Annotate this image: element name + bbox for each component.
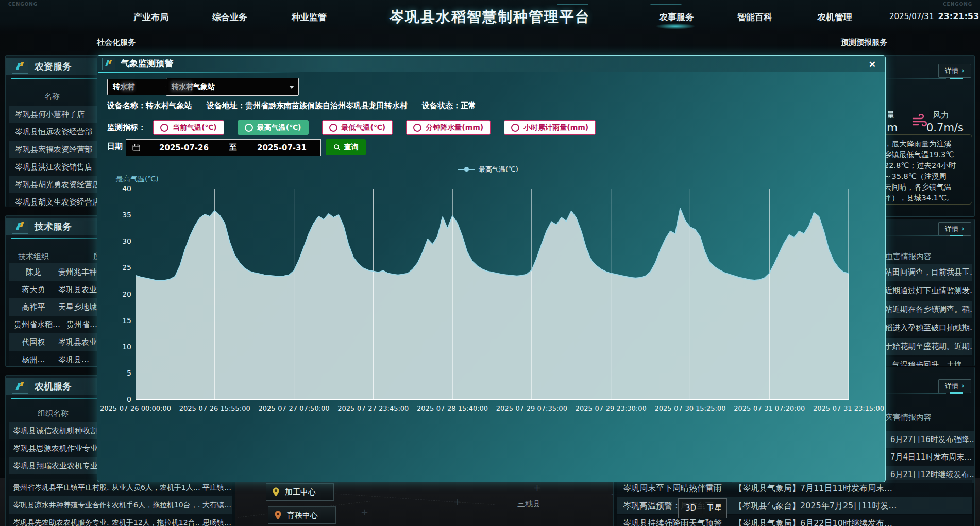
legend-label: 最高气温(℃) <box>479 165 518 174</box>
wind-stat-label: 风力 <box>933 110 949 121</box>
y-axis-tick: 40 <box>107 184 131 193</box>
radio-icon <box>511 124 519 132</box>
chevron-right-icon: › <box>961 225 965 233</box>
column-header-org-name: 组织名称 <box>38 409 69 418</box>
map-label-sansui: 三穗县 <box>517 499 540 509</box>
query-button[interactable]: 查询 <box>326 139 366 155</box>
date-range-picker[interactable]: 2025-07-26 至 2025-07-31 <box>126 139 321 156</box>
nav-machinery-management[interactable]: 农机管理 <box>810 11 859 23</box>
weather-report-line: ～35.8℃（注溪周 <box>884 172 947 181</box>
indicator-min-temp[interactable]: 最低气温(℃) <box>322 120 393 135</box>
weather-report-line: 坪），县城34.1℃。 <box>884 193 954 203</box>
x-axis-tick: 2025-07-31 07:20:00 <box>725 404 813 412</box>
map-mode-satellite-button[interactable]: 卫星 <box>702 498 727 518</box>
x-axis-tick: 2025-07-28 15:40:00 <box>409 404 496 412</box>
y-axis-tick: 30 <box>107 237 131 245</box>
watermark: CENGONG <box>8 2 38 7</box>
legend-label: 加工中心 <box>285 487 316 497</box>
active-nav-glow <box>655 23 696 29</box>
indicator-max-temp[interactable]: 最高气温(℃) <box>238 120 309 135</box>
device-addr-value: 贵州省黔东南苗族侗族自治州岑巩县龙田转水村 <box>245 101 408 110</box>
app-root: CENGONG CENGONG 产业布局 综合业务 种业监管 岑巩县水稻智慧制种… <box>0 0 980 526</box>
panel-divider <box>882 235 946 236</box>
watermark: CENGONG <box>943 2 972 7</box>
indicator-label: 监测指标： <box>107 123 146 132</box>
x-axis-tick: 2025-07-29 23:30:00 <box>567 404 655 412</box>
list-item[interactable]: 岑巩高温预警：周末至下… 【岑巩县气象台】2025年7月25日11时发… <box>617 497 972 514</box>
radio-icon <box>329 124 337 132</box>
calendar-icon <box>132 144 140 151</box>
map-mode-3d-button[interactable]: 3D <box>678 498 703 518</box>
close-icon[interactable]: ✕ <box>868 58 877 71</box>
nav-comprehensive-business[interactable]: 综合业务 <box>205 11 255 23</box>
station-select[interactable]: 转水村气象站 <box>166 78 299 96</box>
weather-detail-button[interactable]: 详情› <box>938 64 971 78</box>
chart-legend[interactable]: 最高气温(℃) <box>458 165 518 174</box>
date-from-value[interactable]: 2025-07-26 <box>145 143 223 152</box>
panel-title: 农机服务 <box>35 380 72 393</box>
panel-divider <box>882 78 946 79</box>
tab-forecast-services[interactable]: 预测预报服务 <box>841 38 887 47</box>
device-addr-label: 设备地址： <box>207 101 245 110</box>
page-title: 岑巩县水稻智慧制种管理平台 <box>366 7 614 27</box>
panel-title: 技术服务 <box>35 220 72 233</box>
date-to-value[interactable]: 2025-07-31 <box>243 143 320 152</box>
weather-report-line: 乡镇最低气温19.3℃ <box>884 150 954 160</box>
panel-divider-tip <box>950 78 963 79</box>
map-grid-cross: + <box>533 482 541 493</box>
nav-industry-layout[interactable]: 产业布局 <box>126 11 176 23</box>
nav-seed-supervision[interactable]: 种业监管 <box>284 11 334 23</box>
village-select[interactable]: 转水村 <box>107 79 175 95</box>
map-legend-processing-center[interactable]: 加工中心 <box>266 483 334 501</box>
tab-social-services[interactable]: 社会化服务 <box>97 38 136 47</box>
y-axis-tick: 35 <box>107 211 131 219</box>
temperature-area-chart <box>136 189 849 400</box>
seedling-pin-icon <box>274 510 282 520</box>
y-axis-tick: 25 <box>107 263 131 272</box>
radio-icon <box>160 124 168 132</box>
rainfall-stat-value-fragment: m <box>887 121 898 134</box>
radio-icon <box>413 124 421 132</box>
legend-line-marker-icon <box>458 169 475 170</box>
x-axis-tick: 2025-07-26 15:55:00 <box>171 404 259 412</box>
indicator-minute-rainfall[interactable]: 分钟降水量(mm) <box>406 120 491 135</box>
nav-farming-services[interactable]: 农事服务 <box>652 11 701 23</box>
indicator-row: 监测指标： 当前气温(℃) 最高气温(℃) 最低气温(℃) 分钟降水量(mm) … <box>107 120 609 135</box>
panel-logo-icon <box>12 60 28 74</box>
map-grid-cross: + <box>361 506 368 517</box>
radio-icon <box>245 124 253 132</box>
column-header-org: 技术组织 <box>18 252 49 262</box>
top-header: CENGONG CENGONG 产业布局 综合业务 种业监管 岑巩县水稻智慧制种… <box>0 0 980 32</box>
x-axis-tick: 2025-07-27 23:45:00 <box>329 404 417 412</box>
modal-title-underline <box>98 72 300 73</box>
map-legend-seedling-center[interactable]: 育秧中心 <box>268 506 336 524</box>
disaster-detail-button[interactable]: 详情› <box>938 379 971 393</box>
x-axis-tick: 2025-07-29 07:35:00 <box>488 404 576 412</box>
nav-smart-encyclopedia[interactable]: 智能百科 <box>730 11 780 23</box>
list-item[interactable]: 岑巩县持续强降雨天气预警 【岑巩县气象局】6月22日10时继续发布… <box>617 515 972 526</box>
search-icon <box>333 144 341 151</box>
chevron-right-icon: › <box>961 382 965 390</box>
list-item[interactable]: 岑巩县先农助农农机服务专业… 农机手12人，拖拉机12台… 思旸镇… <box>9 514 232 526</box>
x-axis-tick: 2025-07-30 15:25:00 <box>646 404 734 412</box>
modal-titlebar: 气象监测预警 <box>97 56 885 72</box>
rainfall-stat-label-fragment: 量 <box>887 110 895 121</box>
indicator-hourly-rainfall[interactable]: 小时累计雨量(mm) <box>504 120 596 135</box>
pest-detail-button[interactable]: 详情› <box>938 222 971 236</box>
legend-label: 育秧中心 <box>287 511 318 520</box>
modal-title: 气象监测预警 <box>121 58 173 70</box>
y-axis-title: 最高气温(℃) <box>116 175 159 184</box>
wind-stat-value: 0.7m/s <box>926 122 964 134</box>
list-item[interactable]: 岑巩县凉水井种养殖专业合作社 农机手6人，拖拉机10台，… 大有镇… <box>9 496 232 514</box>
x-axis-tick: 2025-07-27 07:50:00 <box>250 404 338 412</box>
wind-icon <box>911 114 927 128</box>
weather-report-box: ，最大降雨量为注溪 乡镇最低气温19.3℃ 22.8℃；过去24小时 ～35.8… <box>882 134 972 205</box>
weather-report-line: 22.8℃；过去24小时 <box>884 161 956 171</box>
indicator-current-temp[interactable]: 当前气温(℃) <box>153 120 224 135</box>
chevron-down-icon <box>289 86 294 89</box>
device-name-label: 设备名称： <box>107 101 146 110</box>
y-axis-tick: 10 <box>107 343 131 351</box>
device-status-value: 正常 <box>461 101 476 110</box>
panel-title: 农资服务 <box>35 60 72 73</box>
weather-monitoring-alert-modal: 气象监测预警 ✕ 转水村 转水村气象站 设备名称：转水村气象站设备地址：贵州省黔… <box>97 55 886 482</box>
